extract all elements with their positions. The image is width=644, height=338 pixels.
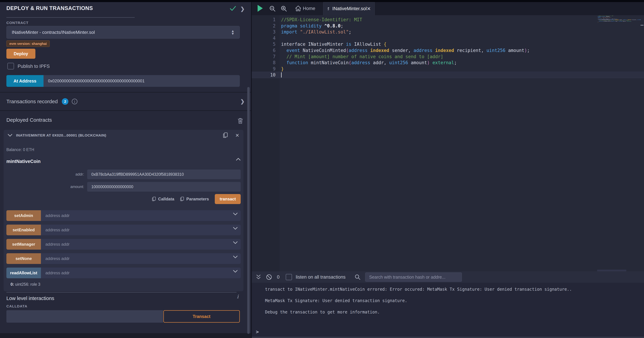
readallowlist-arg-input[interactable] (41, 268, 241, 278)
chevron-down-icon[interactable] (233, 241, 238, 244)
chevron-down-icon (8, 134, 12, 137)
transactions-expand-chevron-icon[interactable]: ❯ (240, 98, 245, 104)
panel-title: DEPLOY & RUN TRANSACTIONS (6, 5, 93, 12)
copy-parameters-label: Parameters (186, 196, 209, 202)
info-icon: i (237, 294, 238, 300)
function-name: mintNativeCoin (6, 159, 40, 164)
low-level-calldata-input[interactable] (6, 310, 163, 323)
chevron-down-icon[interactable] (233, 213, 238, 216)
code-line-2[interactable]: 2pragma solidity ^0.8.0; (252, 23, 644, 29)
at-address-input[interactable] (44, 75, 240, 87)
code-line-8[interactable]: 8 function mintNativeCoin(address addr, … (252, 60, 644, 66)
terminal-bottom-bar (252, 336, 644, 338)
code-line-1[interactable]: 1//SPDX-License-Identifier: MIT (252, 16, 644, 23)
transact-button[interactable]: transact (215, 194, 241, 204)
terminal-output[interactable]: transact to INativeMinter.mintNativeCoin… (252, 283, 644, 336)
remix-ide-window: DEPLOY & RUN TRANSACTIONS ❯ CONTRACT INa… (0, 0, 644, 338)
trash-icon[interactable] (238, 118, 243, 124)
tab-inativeminter-sol[interactable]: INativeMinter.sol ✕ (323, 2, 375, 15)
amount-field-input[interactable] (87, 182, 241, 192)
svg-text:i: i (74, 100, 75, 104)
terminal-collapse-icon[interactable] (256, 274, 261, 280)
at-address-button[interactable]: At Address (6, 75, 44, 87)
chevron-down-icon[interactable] (233, 227, 238, 230)
instance-balance: Balance: 0 ETH (6, 148, 34, 152)
line-number: 4 (252, 35, 276, 41)
code-line-4[interactable]: 4 (252, 35, 644, 41)
terminal-toolbar: 0 listen on all transactions (252, 271, 644, 283)
setmanager-arg-input[interactable] (41, 239, 241, 250)
deploy-run-panel: DEPLOY & RUN TRANSACTIONS ❯ CONTRACT INa… (0, 2, 251, 338)
function-row-setadmin: setAdmin (6, 210, 241, 221)
transactions-recorded-row[interactable]: Transactions recorded 2 i ❯ (0, 92, 251, 110)
run-script-play-icon[interactable] (258, 5, 263, 12)
panel-scrollbar[interactable] (247, 87, 250, 334)
copy-icon (152, 196, 156, 202)
code-text: pragma solidity ^0.8.0; (281, 23, 343, 29)
code-line-5[interactable]: 5interface INativeMinter is IAllowList { (252, 41, 644, 47)
listen-all-checkbox[interactable] (286, 274, 292, 280)
clear-console-icon[interactable] (266, 274, 272, 280)
function-row-setnone: setNone (6, 253, 241, 264)
addr-field-input[interactable] (87, 170, 241, 179)
addr-field-row: addr: (6, 170, 241, 179)
solidity-file-icon (327, 5, 330, 12)
copy-icon[interactable] (223, 132, 228, 138)
function-row-setmanager: setManager (6, 239, 241, 250)
contract-select-value: INativeMinter - contracts/INativeMinter.… (12, 30, 231, 35)
setenabled-button[interactable]: setEnabled (6, 224, 41, 235)
evm-version-badge: evm version: shanghai (6, 40, 50, 47)
setnone-arg-input[interactable] (41, 253, 241, 264)
window-top-strip (0, 0, 644, 2)
setadmin-arg-input[interactable] (41, 210, 241, 221)
editor-horizontal-scrollbar[interactable] (597, 270, 626, 271)
code-text: } (281, 66, 284, 72)
low-level-divider (6, 292, 236, 292)
transactions-count-badge: 2 (62, 98, 68, 105)
transactions-recorded-label: Transactions recorded (6, 98, 58, 104)
code-text: function mintNativeCoin(address addr, ui… (281, 60, 457, 66)
instance-header[interactable]: INATIVEMINTER AT 0X020...00001 (BLOCKCHA… (4, 130, 244, 141)
deploy-button[interactable]: Deploy (6, 49, 36, 59)
code-line-3[interactable]: 3import "./IAllowList.sol"; (252, 29, 644, 35)
terminal-search-input[interactable] (365, 272, 462, 282)
low-level-transact-button[interactable]: Transact (163, 310, 240, 323)
line-number: 8 (252, 60, 276, 66)
setadmin-button[interactable]: setAdmin (6, 210, 41, 221)
code-line-10[interactable]: 10 (252, 72, 644, 78)
readallowlist-button[interactable]: readAllowList (6, 268, 41, 278)
home-icon[interactable] (295, 5, 302, 12)
code-editor[interactable]: 1//SPDX-License-Identifier: MIT2pragma s… (252, 15, 644, 271)
code-line-7[interactable]: 7 // Mint [amount] number of native coin… (252, 54, 644, 60)
close-instance-icon[interactable]: ✕ (235, 132, 239, 138)
select-stepper-icon: ▲▼ (231, 30, 234, 35)
copy-parameters-action[interactable]: Parameters (180, 196, 209, 202)
zoom-in-icon[interactable] (280, 5, 287, 12)
deployed-instance-card: INATIVEMINTER AT 0X020...00001 (BLOCKCHA… (4, 130, 244, 291)
panel-pin-chevron-icon[interactable]: ❯ (240, 6, 245, 12)
panel-bottom-strip (0, 333, 251, 338)
setenabled-arg-input[interactable] (41, 224, 241, 235)
setnone-button[interactable]: setNone (6, 253, 41, 264)
code-line-6[interactable]: 6 event NativeCoinMinted(address indexed… (252, 47, 644, 54)
code-line-9[interactable]: 9} (252, 66, 644, 72)
editor-cursor (281, 72, 282, 78)
chevron-up-icon[interactable] (236, 158, 240, 160)
contract-select[interactable]: INativeMinter - contracts/INativeMinter.… (6, 26, 240, 39)
copy-icon (180, 196, 184, 202)
line-number: 2 (252, 23, 276, 29)
zoom-out-icon[interactable] (269, 5, 276, 12)
addr-field-label: addr: (6, 172, 84, 176)
code-text: //SPDX-License-Identifier: MIT (281, 16, 362, 23)
tab-close-icon[interactable]: ✕ (367, 6, 371, 12)
search-icon (354, 274, 361, 280)
terminal-log-line: MetaMask Tx Signature: User denied trans… (265, 298, 407, 303)
setmanager-button[interactable]: setManager (6, 239, 41, 250)
chevron-down-icon[interactable] (233, 256, 238, 258)
tab-home[interactable]: Home (303, 6, 315, 11)
editor-minimap[interactable]: //SPDX-License-Identifier: MITpragma sol… (598, 16, 641, 36)
publish-ipfs-checkbox[interactable] (8, 63, 14, 70)
chevron-down-icon[interactable] (233, 270, 238, 273)
copy-calldata-action[interactable]: Calldata (152, 196, 174, 202)
line-number: 5 (252, 41, 276, 47)
